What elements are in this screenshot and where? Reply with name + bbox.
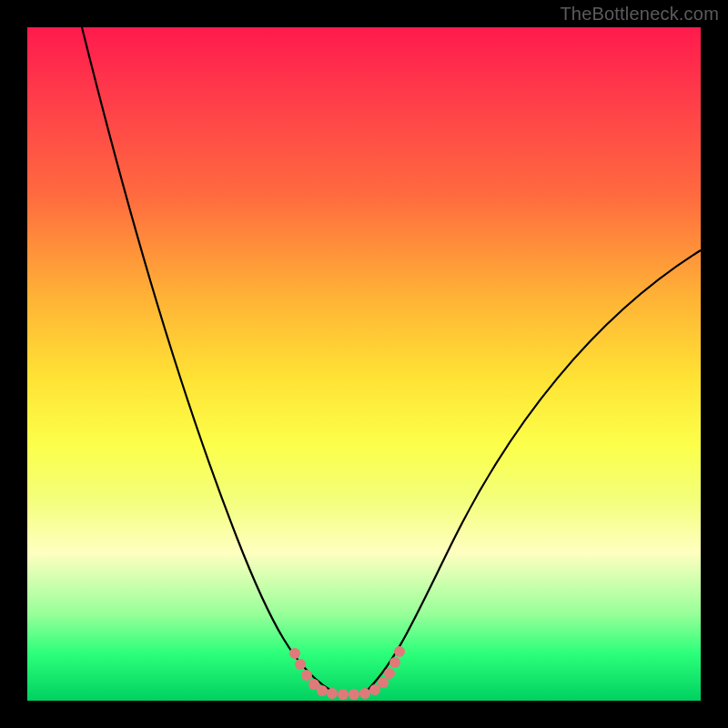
bottleneck-curve-right (364, 250, 701, 693)
curve-layer (27, 27, 701, 701)
svg-point-12 (389, 657, 400, 668)
svg-point-1 (295, 659, 306, 670)
chart-frame: TheBottleneck.com (0, 0, 728, 728)
bottleneck-curve-left (82, 27, 337, 693)
svg-point-10 (378, 677, 389, 688)
svg-point-11 (384, 668, 395, 679)
svg-point-7 (349, 689, 359, 700)
svg-point-0 (289, 648, 300, 659)
flat-minimum-dots (289, 646, 405, 700)
svg-point-13 (394, 646, 405, 657)
plot-area (27, 27, 701, 701)
svg-point-9 (369, 684, 380, 695)
svg-point-2 (301, 670, 312, 681)
svg-point-5 (327, 688, 338, 699)
svg-point-8 (359, 688, 370, 699)
svg-point-4 (317, 685, 328, 696)
svg-point-6 (338, 689, 349, 700)
watermark-text: TheBottleneck.com (560, 4, 719, 25)
